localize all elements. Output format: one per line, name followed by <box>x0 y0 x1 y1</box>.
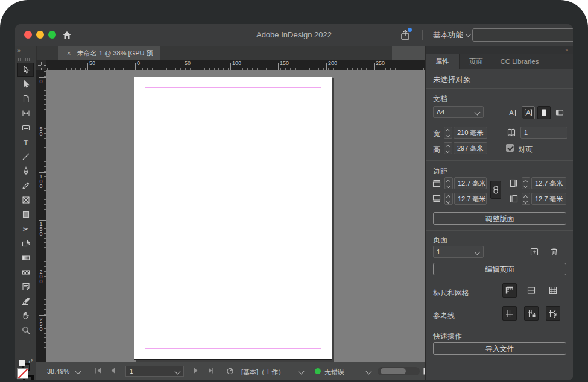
frame-tool[interactable] <box>17 193 34 207</box>
eyedropper-tool[interactable] <box>17 294 34 308</box>
document-grid-icon[interactable] <box>546 283 560 298</box>
error-status[interactable]: 无错误 <box>324 368 344 377</box>
toolbar-grip[interactable] <box>18 58 33 61</box>
text-frame-icon[interactable]: A <box>522 106 535 119</box>
toolbar-expander-icon[interactable]: » <box>17 48 21 54</box>
document-page[interactable] <box>134 77 332 360</box>
orientation-portrait-icon[interactable] <box>537 106 551 119</box>
width-stepper[interactable] <box>444 127 452 139</box>
fill-swatch[interactable] <box>17 368 28 379</box>
preflight-profile[interactable]: [基本]（工作） <box>241 368 285 377</box>
zoom-tool[interactable] <box>17 323 34 337</box>
pen-tool[interactable] <box>17 164 34 178</box>
last-page-button[interactable] <box>206 366 215 376</box>
height-stepper[interactable] <box>444 142 452 154</box>
edit-pages-button[interactable]: 编辑页面 <box>433 263 566 275</box>
show-rulers-icon[interactable] <box>502 283 517 298</box>
page-size-select[interactable]: A4 <box>433 106 484 118</box>
text-direction-horizontal-icon[interactable]: A <box>506 106 519 119</box>
smart-guides-icon[interactable] <box>546 306 560 321</box>
show-guides-icon[interactable] <box>502 306 517 321</box>
ruler-origin-box[interactable] <box>36 60 46 70</box>
screenshot-stage: Adobe InDesign 2022 基本功能 ×未命名-1 @ 38% [G… <box>0 0 588 382</box>
import-file-button[interactable]: 导入文件 <box>433 342 566 355</box>
swap-fill-stroke-icon[interactable]: ⇄ <box>28 358 33 364</box>
app-window: Adobe InDesign 2022 基本功能 ×未命名-1 @ 38% [G… <box>15 24 573 380</box>
gradient-swatch-tool[interactable] <box>17 251 34 265</box>
hand-tool[interactable] <box>17 308 34 322</box>
orientation-landscape-icon[interactable] <box>553 106 566 119</box>
preflight-icon[interactable] <box>226 366 235 377</box>
pasteboard[interactable] <box>46 70 425 362</box>
panel-expander-icon[interactable]: » <box>565 47 569 53</box>
share-icon[interactable] <box>399 29 411 43</box>
error-status-chevron-icon[interactable] <box>366 369 372 375</box>
page-number-field[interactable]: 1 <box>125 366 171 377</box>
pencil-tool[interactable] <box>17 178 34 192</box>
width-label: 宽 <box>433 129 440 139</box>
gap-tool[interactable] <box>17 106 34 120</box>
gradient-feather-tool[interactable] <box>17 265 34 279</box>
lock-guides-icon[interactable] <box>524 306 539 321</box>
adjust-layout-button[interactable]: 调整版面 <box>433 212 566 225</box>
horizontal-scrollbar-thumb[interactable] <box>381 368 406 374</box>
vertical-ruler[interactable]: 050100150200250 <box>36 70 46 362</box>
margin-right-field[interactable]: 12.7 毫米 <box>531 177 566 189</box>
margin-bottom-icon <box>431 193 443 205</box>
properties-panel: » 属性 页面 CC Libraries 未选择对象 文档 A4 A A 宽 2… <box>425 46 573 380</box>
workspace-switcher[interactable]: 基本功能 <box>433 30 463 40</box>
page-tool[interactable] <box>17 92 34 105</box>
rulers-grids-label: 标尺和网格 <box>433 288 469 298</box>
horizontal-ruler[interactable]: 50050100150200250 <box>46 60 425 70</box>
horizontal-scrollbar[interactable] <box>378 367 420 375</box>
previous-page-button[interactable] <box>109 366 117 376</box>
first-page-button[interactable] <box>94 366 103 376</box>
mini-fill-swatch[interactable] <box>19 360 25 366</box>
zoom-level-chevron-icon[interactable] <box>75 369 81 375</box>
current-page-select[interactable]: 1 <box>433 246 484 258</box>
page-select-chevron[interactable] <box>171 366 184 377</box>
status-bar: 38.49% 1 [基本]（工作） 无错误 <box>36 362 425 380</box>
pages-count-icon <box>505 126 518 139</box>
search-input[interactable] <box>472 28 573 42</box>
quick-actions-label: 快速操作 <box>433 331 462 342</box>
pages-count-field[interactable]: 1 <box>520 127 567 139</box>
scissors-tool[interactable]: ✂ <box>17 222 34 236</box>
content-collector-tool[interactable] <box>17 121 34 134</box>
height-field[interactable]: 297 毫米 <box>454 142 487 154</box>
margin-top-field[interactable]: 12.7 毫米 <box>454 177 487 189</box>
selection-tool[interactable] <box>17 63 34 77</box>
margin-bottom-stepper[interactable] <box>444 193 453 205</box>
tab-filler <box>546 54 573 69</box>
title-bar: Adobe InDesign 2022 基本功能 <box>15 24 573 46</box>
link-margins-icon[interactable] <box>490 181 501 199</box>
margin-left-stepper[interactable] <box>522 193 530 205</box>
baseline-grid-icon[interactable] <box>524 283 539 298</box>
width-field[interactable]: 210 毫米 <box>454 127 487 139</box>
tab-pages[interactable]: 页面 <box>460 54 493 69</box>
document-section-label: 文档 <box>433 94 447 104</box>
direct-selection-tool[interactable] <box>17 77 34 91</box>
preflight-chevron-icon[interactable] <box>299 369 305 375</box>
next-page-button[interactable] <box>192 366 200 376</box>
facing-pages-checkbox[interactable] <box>506 144 514 152</box>
margin-top-stepper[interactable] <box>444 177 453 189</box>
document-tab[interactable]: ×未命名-1 @ 38% [GPU 预览] <box>58 46 160 60</box>
margin-right-icon <box>508 177 520 189</box>
line-tool[interactable] <box>17 149 34 163</box>
margin-right-stepper[interactable] <box>522 177 530 189</box>
zoom-level-value[interactable]: 38.49% <box>47 368 69 375</box>
note-tool[interactable] <box>17 280 34 293</box>
margin-left-field[interactable]: 12.7 毫米 <box>531 193 566 205</box>
rectangle-tool[interactable] <box>17 207 34 221</box>
margin-bottom-field[interactable]: 12.7 毫米 <box>454 193 487 205</box>
divider <box>426 327 573 327</box>
free-transform-tool[interactable] <box>17 236 34 250</box>
tab-cc-libraries[interactable]: CC Libraries <box>493 54 546 69</box>
tab-properties[interactable]: 属性 <box>426 54 460 69</box>
type-tool[interactable]: T <box>17 135 34 149</box>
add-page-icon[interactable] <box>528 246 540 258</box>
delete-page-icon[interactable] <box>548 246 560 258</box>
close-tab-icon[interactable]: × <box>67 49 71 57</box>
divider <box>426 281 573 281</box>
